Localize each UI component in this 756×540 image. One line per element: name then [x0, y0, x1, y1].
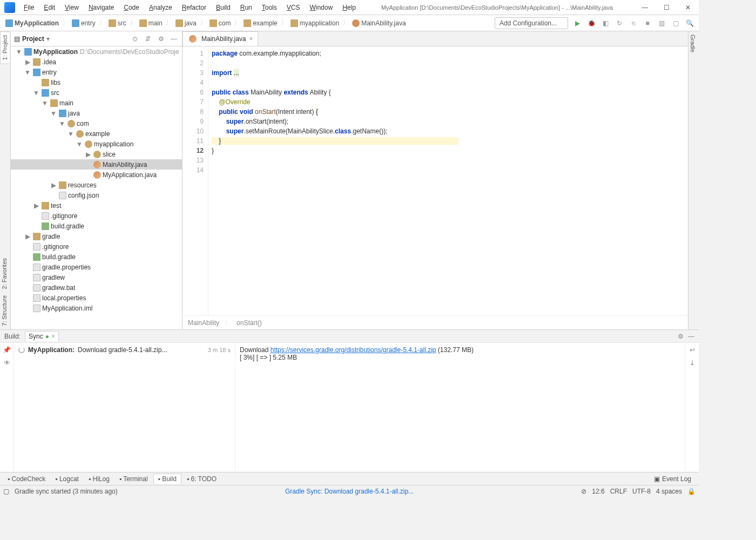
bottom-tab-hilog[interactable]: ▪ HiLog — [84, 474, 114, 484]
stop-button[interactable]: ■ — [642, 17, 653, 29]
tree-node[interactable]: ▶resources — [11, 180, 182, 190]
breadcrumb-item[interactable]: MyApplication — [3, 18, 61, 28]
editor-tab[interactable]: MainAbility.java × — [183, 31, 258, 46]
debug-button[interactable]: 🐞 — [585, 17, 597, 29]
tree-node[interactable]: .gitignore — [11, 211, 182, 221]
build-progress-line: [ 3%] [ => ] 5.25 MB — [240, 354, 680, 361]
tree-node[interactable]: ▼example — [11, 129, 182, 139]
add-configuration-button[interactable]: Add Configuration... — [495, 17, 568, 29]
event-log-tab[interactable]: ▣ Event Log — [650, 474, 696, 484]
line-ending[interactable]: CRLF — [610, 488, 627, 495]
encoding[interactable]: UTF-8 — [632, 488, 651, 495]
code-crumb-method[interactable]: onStart() — [237, 319, 262, 327]
tree-node[interactable]: ▼MyApplicationD:\Documents\DevEcoStudioP… — [11, 46, 182, 57]
breadcrumb-item[interactable]: myapplication — [288, 18, 341, 28]
download-url-link[interactable]: https://services.gradle.org/distribution… — [271, 346, 436, 354]
coverage-button[interactable]: ◧ — [599, 17, 611, 29]
source-code[interactable]: package com.example.myapplication; impor… — [208, 46, 688, 315]
project-tree[interactable]: ▼MyApplicationD:\Documents\DevEcoStudioP… — [11, 46, 182, 329]
cursor-position[interactable]: 12:6 — [592, 488, 604, 495]
code-crumb-class[interactable]: MainAbility — [188, 319, 219, 327]
pin-icon[interactable]: 📌 — [3, 346, 11, 354]
tree-node[interactable]: ▶.idea — [11, 57, 182, 67]
tree-node[interactable]: gradlew.bat — [11, 282, 182, 293]
breadcrumb-item[interactable]: MainAbility.java — [350, 18, 408, 28]
project-tool-tab[interactable]: 1: Project — [0, 31, 9, 64]
locate-icon[interactable]: ⊙ — [130, 34, 140, 44]
avd-button[interactable]: ▢ — [670, 17, 681, 29]
build-settings-icon[interactable]: ⚙ — [678, 333, 684, 340]
build-log[interactable]: Download https://services.gradle.org/dis… — [235, 343, 685, 472]
close-button[interactable]: ✕ — [677, 0, 699, 15]
gradle-tool-tab[interactable]: Gradle — [688, 31, 697, 56]
tree-node[interactable]: ▼java — [11, 108, 182, 118]
menu-file[interactable]: File — [19, 2, 38, 14]
tree-node[interactable]: ▶slice — [11, 149, 182, 159]
bottom-tab-codecheck[interactable]: ▪ CodeCheck — [3, 474, 50, 484]
tree-node[interactable]: .gitignore — [11, 241, 182, 252]
menu-run[interactable]: Run — [236, 2, 256, 14]
maximize-button[interactable]: ☐ — [656, 0, 677, 15]
tree-node[interactable]: local.properties — [11, 293, 182, 303]
run-button[interactable]: ▶ — [571, 17, 583, 29]
breadcrumb-item[interactable]: main — [137, 18, 165, 28]
scroll-end-icon[interactable]: ⤓ — [690, 359, 695, 367]
favorites-tool-tab[interactable]: 2: Favorites — [0, 255, 9, 292]
menu-edit[interactable]: Edit — [39, 2, 59, 14]
tree-node[interactable]: gradlew — [11, 272, 182, 282]
indent[interactable]: 4 spaces — [656, 488, 682, 495]
bottom-tab-todo[interactable]: ▪ 6: TODO — [183, 474, 221, 484]
menu-help[interactable]: Help — [338, 2, 360, 14]
menu-refactor[interactable]: Refactor — [178, 2, 211, 14]
tree-node[interactable]: gradle.properties — [11, 262, 182, 272]
collapse-icon[interactable]: ⇵ — [143, 34, 153, 44]
eye-icon[interactable]: 👁 — [4, 359, 10, 367]
attach-button[interactable]: ⎋ — [627, 17, 639, 29]
tree-node[interactable]: build.gradle — [11, 221, 182, 231]
tree-node[interactable]: MyApplication.java — [11, 170, 182, 180]
tree-node[interactable]: build.gradle — [11, 252, 182, 262]
bottom-tab-terminal[interactable]: ▪ Terminal — [115, 474, 152, 484]
menu-analyze[interactable]: Analyze — [145, 2, 177, 14]
menu-build[interactable]: Build — [212, 2, 235, 14]
tree-node[interactable]: ▶gradle — [11, 231, 182, 241]
status-sync-message[interactable]: Gradle Sync: Download gradle-5.4.1-all.z… — [285, 488, 414, 495]
hide-icon[interactable]: — — [169, 34, 179, 44]
search-everywhere-button[interactable]: 🔍 — [684, 17, 696, 29]
tree-node[interactable]: config.json — [11, 190, 182, 200]
menu-navigate[interactable]: Navigate — [84, 2, 118, 14]
breadcrumb-item[interactable]: java — [173, 18, 199, 28]
tree-node[interactable]: libs — [11, 77, 182, 87]
minimize-button[interactable]: — — [634, 0, 656, 15]
build-sync-tab[interactable]: Sync●× — [25, 331, 59, 341]
breadcrumb-item[interactable]: src — [106, 18, 129, 28]
build-task-row[interactable]: MyApplication: Download gradle-5.4.1-all… — [18, 346, 231, 354]
code-editor[interactable]: 123467891011121314 package com.example.m… — [183, 46, 688, 315]
menu-tools[interactable]: Tools — [258, 2, 281, 14]
breadcrumb-item[interactable]: com — [207, 18, 233, 28]
menu-view[interactable]: View — [60, 2, 83, 14]
tree-node[interactable]: ▼main — [11, 98, 182, 108]
close-tab-icon[interactable]: × — [249, 35, 253, 43]
menu-vcs[interactable]: VCS — [282, 2, 305, 14]
bottom-tab-build[interactable]: ▪ Build — [153, 474, 181, 484]
layout-button[interactable]: ▥ — [656, 17, 667, 29]
tree-node[interactable]: ▼entry — [11, 67, 182, 77]
tree-node[interactable]: MyApplication.iml — [11, 303, 182, 313]
breadcrumb-item[interactable]: example — [241, 18, 279, 28]
tree-node[interactable]: MainAbility.java — [11, 159, 182, 170]
structure-tool-tab[interactable]: 7: Structure — [0, 292, 9, 329]
bottom-tab-logcat[interactable]: ▪ Logcat — [51, 474, 83, 484]
build-hide-icon[interactable]: — — [688, 333, 694, 340]
tree-node[interactable]: ▼src — [11, 87, 182, 98]
menu-window[interactable]: Window — [305, 2, 337, 14]
settings-icon[interactable]: ⚙ — [156, 34, 166, 44]
lock-icon[interactable]: 🔒 — [687, 488, 696, 495]
tree-node[interactable]: ▼myapplication — [11, 139, 182, 149]
breadcrumb-item[interactable]: entry — [70, 18, 98, 28]
menu-code[interactable]: Code — [119, 2, 144, 14]
profile-button[interactable]: ↻ — [613, 17, 625, 29]
tree-node[interactable]: ▼com — [11, 118, 182, 129]
soft-wrap-icon[interactable]: ↩ — [690, 346, 695, 354]
tree-node[interactable]: ▶test — [11, 200, 182, 211]
